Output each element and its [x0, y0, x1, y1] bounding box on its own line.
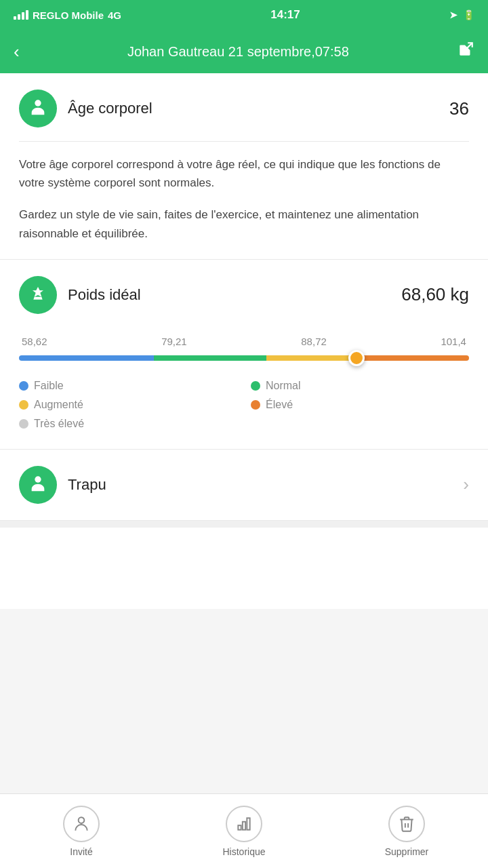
- age-corporel-left: Âge corporel: [19, 90, 152, 127]
- slider-container: 58,62 79,21 88,72 101,4 Faible Normal: [19, 336, 469, 430]
- legend-item-normal: Normal: [251, 380, 469, 392]
- historique-icon-circle: [226, 806, 262, 842]
- age-corporel-section: Âge corporel 36 Votre âge corporel corre…: [0, 73, 488, 260]
- divider-1: [19, 141, 469, 142]
- legend-label-faible: Faible: [34, 380, 64, 392]
- network-label: 4G: [108, 9, 121, 21]
- chart-nav-icon: [235, 815, 253, 833]
- legend-item-tres-eleve: Très élevé: [19, 418, 237, 430]
- slider-label-2: 88,72: [301, 336, 327, 347]
- gray-separator: [0, 521, 488, 528]
- legend-label-normal: Normal: [266, 380, 301, 392]
- carrier-label: REGLO Mobile: [33, 9, 104, 21]
- trapu-icon: [19, 466, 57, 504]
- description-paragraph-2: Gardez un style de vie sain, faites de l…: [19, 205, 469, 242]
- age-corporel-label: Âge corporel: [68, 100, 152, 117]
- nav-supprimer[interactable]: Supprimer: [325, 806, 488, 857]
- svg-rect-4: [238, 825, 241, 830]
- trapu-left: Trapu: [19, 466, 106, 504]
- legend-item-augmente: Augmenté: [19, 399, 237, 411]
- legend-item-eleve: Élevé: [251, 399, 469, 411]
- slider-labels: 58,62 79,21 88,72 101,4: [19, 336, 469, 347]
- svg-rect-6: [247, 818, 249, 829]
- poids-ideal-header: Poids idéal 68,60 kg: [19, 276, 469, 314]
- export-icon: [457, 41, 474, 58]
- bottom-padding: [0, 528, 488, 609]
- age-corporel-value: 36: [449, 98, 469, 119]
- person-icon: [27, 98, 49, 119]
- legend-dot-normal: [251, 381, 260, 391]
- supprimer-icon-circle: [388, 806, 425, 842]
- svg-point-1: [35, 100, 41, 106]
- trash-nav-icon: [398, 815, 415, 833]
- content: Âge corporel 36 Votre âge corporel corre…: [0, 73, 488, 609]
- status-time: 14:17: [270, 8, 300, 22]
- back-button[interactable]: ‹: [14, 41, 20, 62]
- poids-ideal-left: Poids idéal: [19, 276, 141, 314]
- slider-label-3: 101,4: [441, 336, 466, 347]
- slider-label-0: 58,62: [22, 336, 47, 347]
- legend-dot-faible: [19, 381, 28, 391]
- svg-rect-5: [243, 821, 245, 829]
- slider-track-container: [19, 353, 469, 363]
- legend: Faible Normal Augmenté Élevé Très élevé: [19, 380, 469, 430]
- legend-label-tres-eleve: Très élevé: [34, 418, 84, 430]
- status-right: ➤ 🔋: [449, 9, 474, 20]
- person-nav-icon: [73, 815, 90, 833]
- poids-ideal-section: Poids idéal 68,60 kg 58,62 79,21 88,72 1…: [0, 260, 488, 450]
- signal-icon: [14, 10, 28, 20]
- slider-label-1: 79,21: [161, 336, 187, 347]
- description-paragraph-1: Votre âge corporel correspond à votre âg…: [19, 155, 469, 192]
- invite-label: Invité: [70, 846, 92, 857]
- header-title: Johan Gautreau 21 septembre,07:58: [30, 44, 446, 60]
- supprimer-label: Supprimer: [385, 846, 429, 857]
- status-bar: REGLO Mobile 4G 14:17 ➤ 🔋: [0, 0, 488, 30]
- legend-dot-tres-eleve: [19, 419, 28, 429]
- svg-point-3: [79, 817, 85, 823]
- legend-item-faible: Faible: [19, 380, 237, 392]
- legend-dot-eleve: [251, 400, 260, 410]
- bottom-nav: Invité Historique Supprimer: [0, 793, 488, 868]
- age-corporel-header: Âge corporel 36: [19, 90, 469, 127]
- age-corporel-icon: [19, 90, 57, 127]
- svg-point-2: [35, 476, 41, 482]
- trapu-label: Trapu: [68, 476, 106, 494]
- scale-icon: [27, 284, 49, 306]
- slider-track: [19, 355, 469, 361]
- trapu-chevron: ›: [463, 474, 469, 495]
- poids-ideal-label: Poids idéal: [68, 286, 141, 304]
- poids-ideal-icon: [19, 276, 57, 314]
- legend-label-augmente: Augmenté: [34, 399, 83, 411]
- legend-dot-augmente: [19, 400, 28, 410]
- age-corporel-description: Votre âge corporel correspond à votre âg…: [19, 155, 469, 243]
- poids-ideal-value: 68,60 kg: [401, 284, 469, 305]
- battery-icon: 🔋: [463, 9, 474, 20]
- nav-historique[interactable]: Historique: [163, 806, 325, 857]
- trapu-section[interactable]: Trapu ›: [0, 450, 488, 521]
- export-button[interactable]: [457, 41, 474, 62]
- historique-label: Historique: [222, 846, 265, 857]
- slider-thumb: [348, 350, 365, 366]
- location-icon: ➤: [449, 9, 458, 20]
- invite-icon-circle: [63, 806, 100, 842]
- header: ‹ Johan Gautreau 21 septembre,07:58: [0, 30, 488, 73]
- legend-label-eleve: Élevé: [266, 399, 293, 411]
- nav-invite[interactable]: Invité: [0, 806, 163, 857]
- trapu-person-icon: [27, 474, 49, 496]
- status-left: REGLO Mobile 4G: [14, 9, 121, 21]
